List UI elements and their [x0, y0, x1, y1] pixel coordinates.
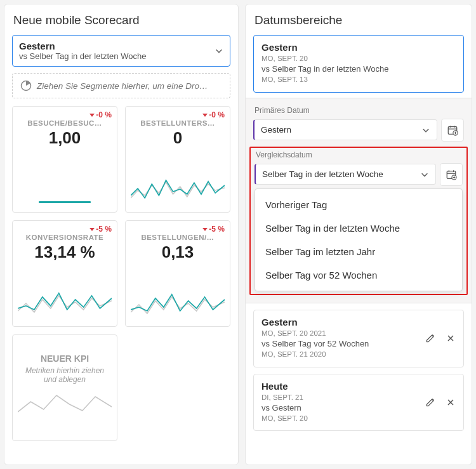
chevron-down-icon [420, 170, 429, 179]
scorecard-panel: Neue mobile Scorecard Gestern vs Selber … [4, 4, 239, 465]
chevron-down-icon [421, 126, 430, 135]
kpi-grid: -0 % BESUCHE/BESUC… 1,00 -0 % BESTELLUNT… [12, 106, 230, 441]
date-range-compare: vs Selber Tag in der letzten Woche [19, 51, 215, 61]
kpi-spark [18, 266, 112, 320]
panel-title: Datumsbereiche [255, 13, 464, 27]
kpi-value: 0 [131, 128, 225, 148]
close-icon[interactable] [446, 397, 456, 407]
kpi-delta: -5 % [18, 225, 112, 234]
kpi-value: 1,00 [18, 128, 112, 148]
calendar-add-icon [447, 124, 458, 136]
kpi-label: BESTELLUNGEN/… [131, 234, 225, 241]
kpi-value: 13,14 % [18, 242, 112, 262]
dropdown-option[interactable]: Selber Tag in der letzten Woche [255, 216, 462, 240]
dr-compare: vs Selber Tag in der letzten Woche [261, 64, 456, 74]
kpi-spark [131, 266, 225, 320]
kpi-card[interactable]: -0 % BESTELLUNTERS… 0 [125, 106, 230, 213]
close-icon[interactable] [446, 333, 456, 343]
segment-icon [20, 80, 32, 91]
date-range-card[interactable]: Heute DI, SEPT. 21 vs Gestern MO, SEPT. … [253, 374, 464, 432]
dropdown-option[interactable]: Selber Tag vor 52 Wochen [255, 263, 462, 287]
dr-date2: MO, SEPT. 13 [261, 74, 456, 85]
date-range-controls: Primäres Datum Gestern Vergleichsdatum [246, 98, 472, 303]
edit-icon[interactable] [425, 397, 435, 407]
kpi-card[interactable]: -5 % KONVERSIONSRATE 13,14 % [12, 220, 117, 327]
edit-icon[interactable] [425, 333, 435, 343]
date-range-selector[interactable]: Gestern vs Selber Tag in der letzten Woc… [12, 35, 230, 67]
segment-drop-zone[interactable]: Ziehen Sie Segmente hierher, um eine Dro… [12, 73, 230, 98]
chevron-down-icon [215, 46, 223, 55]
dropdown-option[interactable]: Vorheriger Tag [255, 193, 462, 216]
primary-date-select[interactable]: Gestern [253, 119, 437, 140]
calendar-add-icon [446, 169, 457, 180]
kpi-card[interactable]: -0 % BESUCHE/BESUC… 1,00 [12, 106, 117, 213]
kpi-delta: -0 % [18, 110, 112, 119]
dr-date1: MO, SEPT. 20 [261, 53, 456, 64]
empty-hint: Metriken hierhin ziehen und ablegen [18, 366, 112, 384]
date-range-card[interactable]: Gestern MO, SEPT. 20 2021 vs Selber Tag … [253, 310, 464, 367]
primary-date-label: Primäres Datum [255, 106, 464, 115]
empty-title: NEUER KPI [41, 353, 89, 364]
kpi-delta: -5 % [131, 225, 225, 234]
calendar-add-button[interactable] [441, 119, 464, 142]
compare-date-select[interactable]: Selber Tag in der letzten Woche [255, 164, 436, 185]
drop-hint: Ziehen Sie Segmente hierher, um eine Dro… [37, 81, 208, 91]
calendar-add-button[interactable] [440, 163, 463, 186]
kpi-label: BESTELLUNTERS… [131, 119, 225, 127]
kpi-label: KONVERSIONSRATE [18, 234, 112, 241]
dr-title: Gestern [261, 42, 456, 53]
compare-highlight: Vergleichsdatum Selber Tag in der letzte… [249, 147, 468, 295]
kpi-spark [18, 152, 112, 201]
compare-date-label: Vergleichsdatum [256, 150, 463, 159]
kpi-spark [131, 152, 225, 206]
kpi-empty-card[interactable]: NEUER KPI Metriken hierhin ziehen und ab… [12, 334, 117, 441]
date-range-primary: Gestern [19, 41, 215, 51]
dropdown-option[interactable]: Selber Tag im letzten Jahr [255, 240, 462, 263]
kpi-card[interactable]: -5 % BESTELLUNGEN/… 0,13 [125, 220, 230, 327]
panel-title: Neue mobile Scorecard [13, 13, 230, 27]
kpi-delta: -0 % [131, 110, 225, 119]
compare-date-dropdown: Vorheriger Tag Selber Tag in der letzten… [255, 188, 463, 291]
kpi-label: BESUCHE/BESUC… [18, 119, 112, 127]
kpi-value: 0,13 [131, 242, 225, 262]
date-range-card-active[interactable]: Gestern MO, SEPT. 20 vs Selber Tag in de… [253, 35, 464, 93]
date-ranges-panel: Datumsbereiche Gestern MO, SEPT. 20 vs S… [245, 4, 472, 465]
